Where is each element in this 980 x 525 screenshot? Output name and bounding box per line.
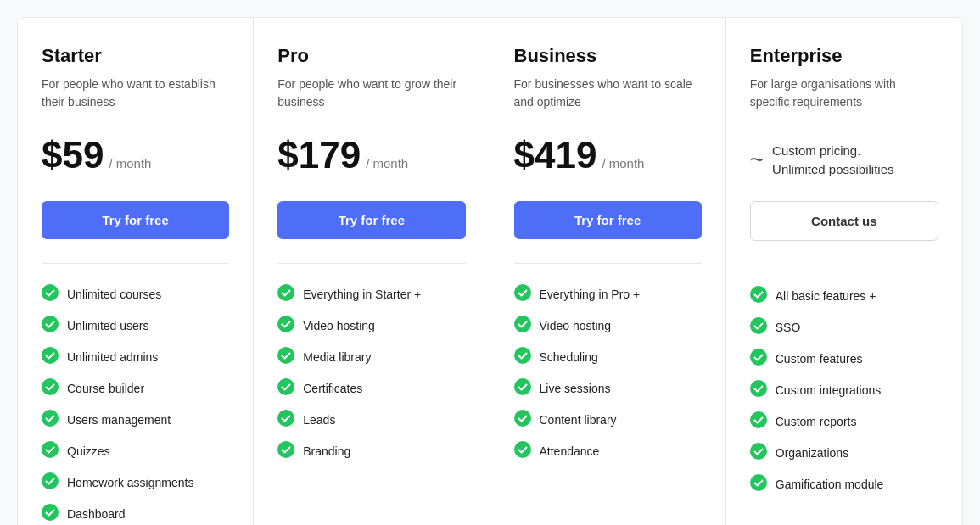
- feature-label: Everything in Pro +: [540, 288, 641, 301]
- svg-point-19: [514, 441, 531, 458]
- features-list-enterprise: All basic features + SSO Custom features…: [750, 286, 938, 494]
- feature-label: Dashboard: [67, 507, 126, 521]
- check-icon: [750, 411, 767, 431]
- feature-label: Unlimited admins: [67, 350, 158, 364]
- svg-point-7: [42, 504, 59, 521]
- check-icon: [42, 441, 59, 461]
- svg-point-22: [750, 349, 767, 366]
- feature-item: Unlimited admins: [42, 347, 229, 366]
- check-icon: [42, 347, 59, 366]
- feature-label: Video hosting: [303, 319, 375, 332]
- tilde-icon: ~: [750, 147, 764, 174]
- svg-point-13: [277, 441, 294, 458]
- feature-item: Course builder: [42, 378, 229, 398]
- plan-name-enterprise: Enterprise: [750, 45, 938, 67]
- divider: [750, 265, 938, 265]
- feature-label: Organizations: [776, 446, 848, 460]
- feature-label: Gamification module: [776, 478, 884, 491]
- divider: [42, 263, 229, 264]
- svg-point-20: [750, 286, 767, 303]
- svg-point-14: [514, 284, 531, 301]
- feature-label: SSO: [776, 321, 801, 334]
- svg-point-15: [514, 316, 531, 332]
- svg-point-3: [42, 378, 59, 395]
- price-amount-starter: $59: [42, 137, 104, 174]
- check-icon: [42, 472, 59, 492]
- plan-description-enterprise: For large organisations with specific re…: [750, 75, 938, 116]
- feature-label: Leads: [303, 413, 335, 427]
- price-period-pro: / month: [366, 156, 408, 170]
- svg-point-12: [277, 410, 294, 427]
- plan-card-starter: Starter For people who want to establish…: [18, 18, 254, 525]
- svg-point-18: [514, 410, 531, 427]
- feature-item: Content library: [514, 410, 702, 429]
- check-icon: [277, 347, 294, 366]
- feature-label: Branding: [303, 444, 350, 458]
- feature-label: Users management: [67, 413, 171, 427]
- svg-point-11: [277, 378, 294, 395]
- cta-button-enterprise[interactable]: Contact us: [750, 201, 938, 241]
- svg-point-6: [42, 472, 59, 489]
- feature-item: Unlimited users: [42, 316, 229, 335]
- plan-card-pro: Pro For people who want to grow their bu…: [254, 18, 490, 525]
- svg-point-8: [277, 284, 294, 301]
- features-list-starter: Unlimited courses Unlimited users Unlimi…: [42, 284, 229, 523]
- svg-point-25: [750, 443, 767, 460]
- feature-item: Branding: [277, 441, 465, 461]
- feature-label: Homework assignments: [67, 476, 193, 489]
- feature-item: Everything in Starter +: [277, 284, 465, 304]
- plan-name-starter: Starter: [42, 45, 229, 67]
- feature-item: Live sessions: [514, 378, 702, 398]
- check-icon: [750, 286, 767, 305]
- plan-card-enterprise: Enterprise For large organisations with …: [726, 18, 962, 525]
- check-icon: [42, 378, 59, 398]
- check-icon: [750, 349, 767, 368]
- feature-label: Attendance: [540, 444, 600, 458]
- plan-description-pro: For people who want to grow their busine…: [277, 75, 465, 116]
- feature-label: Everything in Starter +: [303, 288, 421, 301]
- feature-label: Custom integrations: [776, 383, 882, 397]
- cta-button-pro[interactable]: Try for free: [277, 201, 465, 239]
- price-period-business: / month: [602, 156, 644, 170]
- check-icon: [750, 443, 767, 462]
- cta-button-business[interactable]: Try for free: [514, 201, 702, 239]
- check-icon: [277, 316, 294, 335]
- feature-item: Quizzes: [42, 441, 229, 461]
- svg-point-16: [514, 347, 531, 364]
- check-icon: [42, 504, 59, 523]
- check-icon: [750, 474, 767, 494]
- plan-description-business: For businesses who want to scale and opt…: [514, 75, 702, 116]
- feature-item: Video hosting: [514, 316, 702, 335]
- feature-item: Custom integrations: [750, 380, 938, 399]
- feature-item: Everything in Pro +: [514, 284, 702, 304]
- plan-card-business: Business For businesses who want to scal…: [490, 18, 726, 525]
- svg-point-1: [42, 316, 59, 332]
- check-icon: [514, 347, 531, 366]
- feature-item: Attendance: [514, 441, 702, 461]
- check-icon: [277, 410, 294, 429]
- svg-point-2: [42, 347, 59, 364]
- check-icon: [514, 316, 531, 335]
- feature-item: Video hosting: [277, 316, 465, 335]
- feature-item: Leads: [277, 410, 465, 429]
- check-icon: [750, 380, 767, 399]
- feature-item: Unlimited courses: [42, 284, 229, 304]
- svg-point-26: [750, 474, 767, 491]
- plan-name-business: Business: [514, 45, 702, 67]
- svg-point-17: [514, 378, 531, 395]
- feature-item: Media library: [277, 347, 465, 366]
- check-icon: [514, 441, 531, 461]
- feature-label: Custom reports: [776, 415, 857, 428]
- cta-button-starter[interactable]: Try for free: [42, 201, 229, 239]
- plan-name-pro: Pro: [277, 45, 465, 67]
- features-list-business: Everything in Pro + Video hosting Schedu…: [514, 284, 702, 461]
- feature-label: Live sessions: [540, 382, 611, 395]
- plan-price-enterprise: ~ Custom pricing.Unlimited possibilities: [750, 137, 938, 184]
- svg-point-23: [750, 380, 767, 397]
- check-icon: [750, 317, 767, 337]
- feature-label: Content library: [540, 413, 617, 427]
- svg-point-5: [42, 441, 59, 458]
- svg-point-10: [277, 347, 294, 364]
- check-icon: [42, 410, 59, 429]
- divider: [514, 263, 702, 264]
